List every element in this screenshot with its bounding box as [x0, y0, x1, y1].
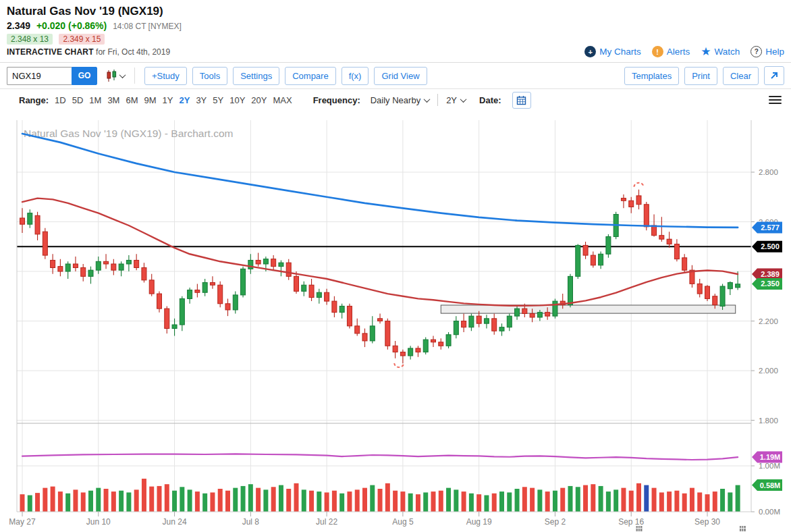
plus-circle-icon: + — [584, 46, 596, 57]
help-link[interactable]: ? Help — [751, 46, 784, 57]
svg-text:2.389: 2.389 — [761, 270, 780, 278]
volume-bar — [20, 494, 25, 512]
volume-bar — [492, 494, 497, 512]
range-bar: Range: 1D 5D 1M 3M 6M 9M 1Y 2Y 3Y 5Y 10Y… — [0, 89, 791, 111]
last-price-badge: 2.350 — [752, 278, 782, 290]
volume-bar — [568, 486, 573, 512]
clear-button[interactable]: Clear — [723, 67, 759, 85]
tools-button[interactable]: Tools — [192, 67, 227, 85]
frequency-dropdown[interactable]: Daily Nearby — [371, 95, 420, 105]
candle — [431, 340, 436, 342]
candle — [408, 348, 413, 356]
bid-chip: 2.348 x 13 — [7, 34, 53, 45]
candle — [522, 309, 527, 313]
volume-bar — [279, 485, 283, 512]
volume-bar — [416, 494, 420, 512]
volume-bar — [43, 488, 47, 512]
event-icon[interactable] — [636, 526, 643, 531]
volume-bar — [111, 491, 116, 512]
volume-bar — [545, 491, 550, 512]
candle — [674, 244, 679, 259]
svg-text:Jul 22: Jul 22 — [316, 517, 337, 527]
range-max[interactable]: MAX — [273, 95, 292, 105]
volume-bar — [667, 491, 672, 512]
svg-text:2.800: 2.800 — [759, 168, 778, 176]
candle — [720, 286, 725, 306]
svg-text:0.00M: 0.00M — [759, 508, 780, 516]
toolbar-divider — [134, 68, 135, 84]
calendar-button[interactable] — [512, 92, 531, 109]
volume-bar — [362, 488, 367, 512]
volume-bar — [499, 491, 504, 512]
range-3m[interactable]: 3M — [107, 95, 119, 105]
range-5y[interactable]: 5Y — [213, 95, 223, 105]
go-button[interactable]: GO — [72, 67, 97, 85]
volume-bar — [476, 494, 481, 512]
volume-bar — [454, 489, 458, 512]
candle — [393, 346, 398, 352]
range-1y[interactable]: 1Y — [163, 95, 173, 105]
alerts-link[interactable]: ! Alerts — [652, 46, 690, 57]
my-charts-link[interactable]: + My Charts — [584, 46, 641, 57]
volume-bar — [157, 486, 162, 512]
symbol-input[interactable] — [7, 67, 72, 85]
svg-text:2.350: 2.350 — [761, 280, 780, 288]
candle — [606, 237, 611, 255]
range-3y[interactable]: 3Y — [196, 95, 207, 105]
svg-text:Jul 8: Jul 8 — [242, 517, 260, 527]
volume-bar — [515, 489, 520, 512]
print-button[interactable]: Print — [684, 67, 717, 85]
range-2y-selected[interactable]: 2Y — [179, 95, 190, 105]
candle — [697, 284, 702, 294]
price-chart-canvas[interactable]: Natural Gas Nov '19 (NGX19) - Barchart.c… — [0, 118, 791, 532]
candle — [73, 264, 78, 268]
range-5d[interactable]: 5D — [72, 95, 84, 105]
candle — [705, 286, 710, 298]
chart-type-dropdown[interactable] — [105, 70, 125, 82]
volume-bar — [119, 491, 124, 512]
support-zone-box[interactable] — [441, 305, 735, 313]
volume-bar — [28, 496, 32, 512]
candle — [302, 285, 306, 291]
candle — [325, 292, 329, 301]
range-20y[interactable]: 20Y — [251, 95, 267, 105]
expand-chart-button[interactable] — [764, 66, 784, 85]
compare-button[interactable]: Compare — [285, 67, 335, 85]
candle — [682, 258, 687, 270]
volume-bar — [96, 488, 101, 512]
range-9m[interactable]: 9M — [144, 95, 157, 105]
volume-bar — [720, 489, 725, 512]
candle — [225, 304, 230, 310]
range-1m[interactable]: 1M — [89, 95, 101, 105]
volume-bar — [126, 492, 131, 512]
candle — [20, 218, 25, 224]
period-dropdown[interactable]: 2Y — [446, 95, 457, 105]
range-6m[interactable]: 6M — [126, 95, 138, 105]
watch-link[interactable]: ★ Watch — [701, 46, 740, 57]
chevron-down-icon — [460, 96, 467, 103]
volume-bar — [553, 491, 557, 512]
candle — [286, 263, 291, 276]
add-study-button[interactable]: +Study — [144, 67, 187, 85]
candle — [172, 325, 177, 329]
candle — [233, 295, 238, 310]
event-icon[interactable] — [740, 526, 746, 531]
volume-bar — [73, 489, 78, 512]
grid-view-button[interactable]: Grid View — [374, 67, 427, 85]
candle — [188, 290, 192, 299]
range-1d[interactable]: 1D — [55, 95, 66, 105]
candle — [462, 321, 466, 327]
candle — [149, 280, 154, 294]
templates-button[interactable]: Templates — [624, 67, 679, 85]
volume-bar — [636, 483, 641, 512]
function-button[interactable]: f(x) — [342, 67, 369, 85]
candle — [378, 319, 383, 321]
range-10y[interactable]: 10Y — [229, 95, 245, 105]
volume-bar — [652, 488, 657, 512]
settings-button[interactable]: Settings — [233, 67, 279, 85]
svg-text:Aug 5: Aug 5 — [392, 517, 414, 527]
candle — [43, 232, 47, 255]
volume-bar — [576, 487, 580, 512]
volume-bar — [599, 486, 603, 512]
menu-icon[interactable] — [769, 94, 782, 106]
